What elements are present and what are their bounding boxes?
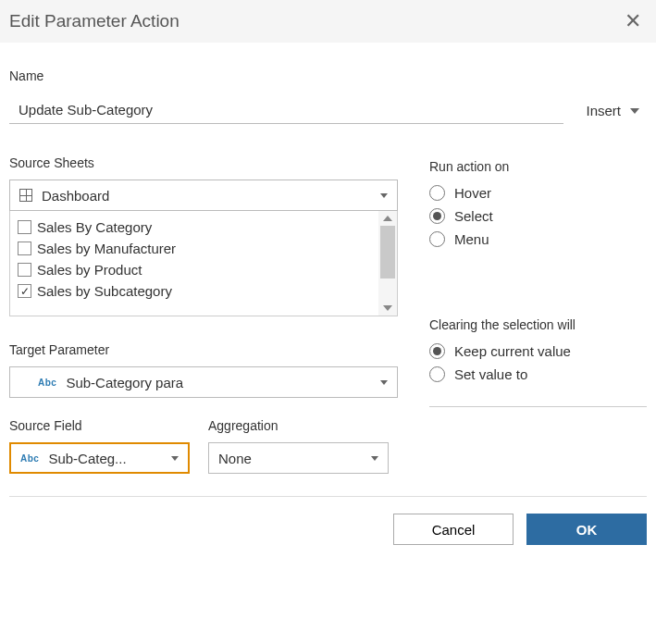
- radio-icon: [429, 208, 445, 224]
- scroll-up-icon[interactable]: [378, 211, 397, 226]
- scroll-down-icon[interactable]: [378, 301, 397, 316]
- dialog-footer: Cancel OK: [0, 497, 656, 554]
- chevron-down-icon: [171, 456, 179, 461]
- checkbox-icon[interactable]: [18, 284, 31, 298]
- scrollbar-track[interactable]: [378, 226, 397, 301]
- dialog-content: Name Insert Source Sheets Dashboard Sale…: [0, 43, 656, 497]
- checkbox-icon[interactable]: [18, 263, 31, 277]
- aggregation-label: Aggregation: [208, 418, 389, 433]
- dialog-title: Edit Parameter Action: [9, 11, 179, 31]
- target-parameter-dropdown[interactable]: Abc Sub-Category para: [9, 366, 398, 398]
- aggregation-dropdown[interactable]: None: [208, 442, 389, 474]
- chevron-down-icon: [380, 193, 388, 198]
- abc-icon: Abc: [38, 378, 56, 388]
- source-sheets-dropdown[interactable]: Dashboard: [9, 180, 398, 211]
- radio-icon: [429, 185, 445, 201]
- run-on-menu[interactable]: Menu: [429, 228, 647, 251]
- insert-dropdown[interactable]: Insert: [582, 99, 647, 124]
- list-item[interactable]: Sales By Category: [16, 217, 373, 238]
- radio-icon: [429, 366, 445, 382]
- dialog-titlebar: Edit Parameter Action ✕: [0, 0, 656, 43]
- ok-button[interactable]: OK: [526, 514, 647, 545]
- chevron-down-icon: [371, 456, 378, 461]
- run-action-on-label: Run action on: [429, 159, 647, 174]
- target-parameter-value: Sub-Category para: [66, 375, 371, 390]
- list-item[interactable]: Sales by Product: [16, 259, 373, 280]
- clearing-label: Clearing the selection will: [429, 317, 647, 332]
- target-parameter-label: Target Parameter: [9, 342, 398, 357]
- radio-icon: [429, 343, 445, 359]
- source-sheets-value: Dashboard: [42, 188, 371, 204]
- close-icon[interactable]: ✕: [625, 11, 641, 31]
- scrollbar[interactable]: [378, 211, 397, 316]
- dashboard-icon: [19, 189, 32, 202]
- source-field-dropdown[interactable]: Abc Sub-Categ...: [9, 442, 190, 474]
- aggregation-value: None: [218, 451, 362, 466]
- clearing-keep-value[interactable]: Keep current value: [429, 340, 647, 363]
- chevron-down-icon: [380, 380, 388, 385]
- checkbox-icon[interactable]: [18, 242, 31, 255]
- scrollbar-thumb[interactable]: [380, 226, 395, 279]
- list-item[interactable]: Sales by Subcategory: [16, 280, 373, 302]
- abc-icon: Abc: [20, 453, 39, 464]
- source-field-value: Sub-Categ...: [48, 451, 162, 466]
- list-item[interactable]: Sales by Manufacturer: [16, 238, 373, 259]
- checkbox-icon[interactable]: [18, 220, 31, 234]
- radio-icon: [429, 231, 445, 247]
- action-name-input[interactable]: [9, 96, 563, 124]
- run-on-hover[interactable]: Hover: [429, 181, 647, 204]
- source-field-label: Source Field: [9, 418, 190, 433]
- insert-label: Insert: [586, 103, 621, 118]
- sheets-listbox: Sales By Category Sales by Manufacturer …: [9, 211, 398, 316]
- cancel-button[interactable]: Cancel: [393, 514, 514, 545]
- chevron-down-icon: [630, 108, 639, 114]
- divider: [429, 406, 647, 407]
- name-label: Name: [9, 68, 647, 83]
- clearing-set-value[interactable]: Set value to: [429, 363, 647, 386]
- source-sheets-label: Source Sheets: [9, 155, 398, 170]
- run-on-select[interactable]: Select: [429, 204, 647, 228]
